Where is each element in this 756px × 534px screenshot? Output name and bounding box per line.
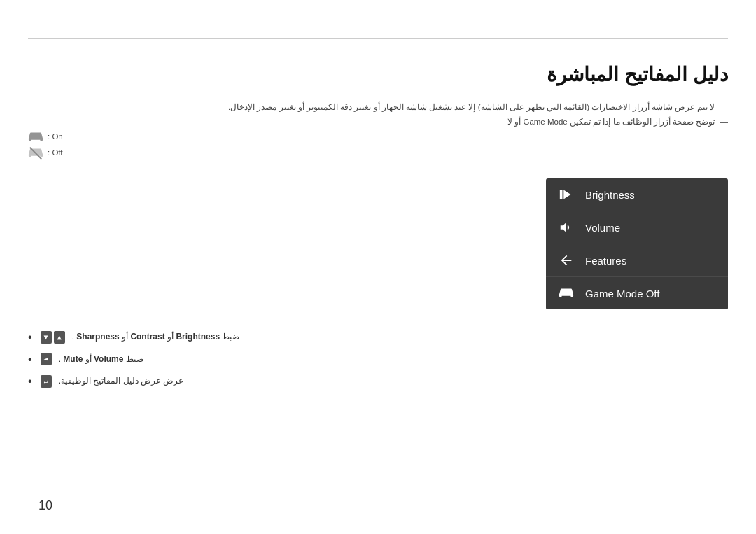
off-label: Off : — [48, 145, 63, 161]
gamepad-on-icon — [28, 129, 43, 145]
on-state-line: On : — [28, 129, 728, 145]
content-area: دليل المفاتيح المباشرة — لا يتم عرض شاشة… — [28, 49, 728, 492]
svg-rect-1 — [560, 190, 563, 199]
volume-label: Volume — [585, 222, 620, 234]
page-title: دليل المفاتيح المباشرة — [28, 63, 728, 86]
menu-item-features[interactable]: Features — [546, 244, 728, 277]
volume-icon — [557, 218, 575, 237]
description-line-2: — توضح صفحة أزرار الوظائف ما إذا تم تمكي… — [28, 115, 728, 129]
menu-item-game-mode[interactable]: Game Mode Off — [546, 277, 728, 309]
bullets-section: ضبط Brightness أو Contrast أو Sharpness … — [28, 330, 728, 388]
game-mode-icon — [557, 284, 575, 302]
bullet-text-1: ضبط Brightness أو Contrast أو Sharpness … — [41, 330, 240, 344]
bullet-text-2: ضبط Volume أو Mute . ◄ — [41, 353, 144, 366]
game-mode-label: Game Mode Off — [585, 288, 659, 300]
features-icon — [557, 251, 575, 269]
bullet-item-2: ضبط Volume أو Mute . ◄ • — [28, 353, 728, 366]
description-line-1: — لا يتم عرض شاشة أزرار الاختصارات (القا… — [28, 100, 728, 115]
top-border — [28, 38, 728, 39]
brightness-label: Brightness — [585, 189, 635, 201]
bullet-text-3: عرض عرض دليل المفاتيح الوظيفية. ↵ — [41, 374, 184, 388]
off-state-line: Off : — [28, 145, 728, 161]
menu-item-volume[interactable]: Volume — [546, 211, 728, 244]
menu-panel: Brightness Volume Features — [546, 178, 728, 309]
gamepad-off-icon — [28, 146, 43, 161]
bullet-item-3: عرض عرض دليل المفاتيح الوظيفية. ↵ • — [28, 374, 728, 388]
bullet-item-1: ضبط Brightness أو Contrast أو Sharpness … — [28, 330, 728, 344]
on-label: On : — [48, 129, 63, 145]
menu-item-brightness[interactable]: Brightness — [546, 178, 728, 211]
description-block: — لا يتم عرض شاشة أزرار الاختصارات (القا… — [28, 100, 728, 161]
page-number: 10 — [38, 498, 52, 513]
brightness-icon — [557, 185, 575, 204]
features-label: Features — [585, 255, 626, 267]
